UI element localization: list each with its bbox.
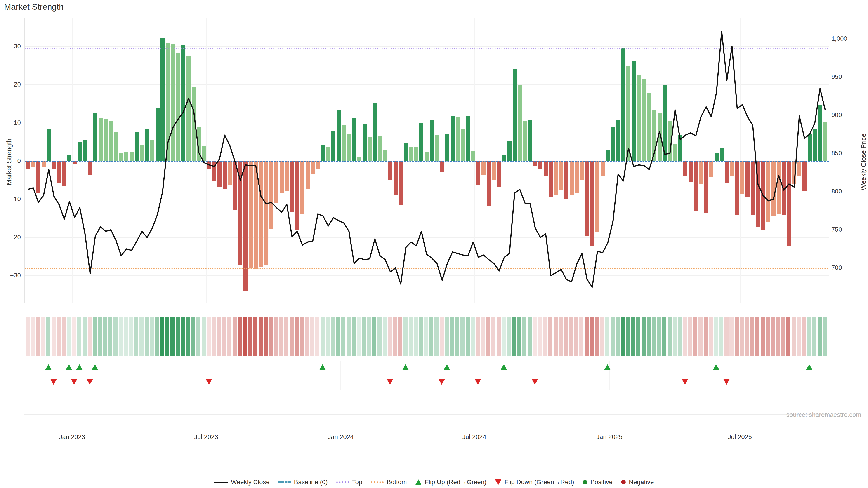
heatmap-cell xyxy=(176,317,180,356)
heatmap-cell xyxy=(518,317,522,356)
flip-down-icon xyxy=(531,379,538,385)
heatmap-cell xyxy=(409,317,413,356)
heatmap-cell xyxy=(642,317,646,356)
heatmap-cell xyxy=(585,317,589,356)
heatmap-cell xyxy=(579,317,583,356)
heatmap-cell xyxy=(781,317,785,356)
heatmap-cell xyxy=(196,317,200,356)
heatmap-cell xyxy=(812,317,816,356)
heatmap-cell xyxy=(372,317,376,356)
heatmap-cell xyxy=(512,317,516,356)
heatmap-cell xyxy=(145,317,149,356)
heatmap-cell xyxy=(476,317,480,356)
heatmap-cell xyxy=(678,317,682,356)
heatmap-cell xyxy=(383,317,387,356)
heatmap-cell xyxy=(559,317,563,356)
heatmap-cell xyxy=(227,317,231,356)
heatmap-cell xyxy=(471,317,475,356)
heatmap-cell xyxy=(548,317,553,356)
heatmap-cell xyxy=(455,317,459,356)
heatmap-cell xyxy=(202,317,206,356)
heatmap-cell xyxy=(31,317,35,356)
heatmap-cell xyxy=(88,317,92,356)
legend-tri-down-icon xyxy=(495,480,501,485)
heatmap-cell xyxy=(745,317,749,356)
flip-down-icon xyxy=(682,379,688,385)
heatmap-cell xyxy=(336,317,340,356)
heatmap-cell xyxy=(170,317,175,356)
heatmap-cell xyxy=(46,317,51,356)
heatmap-cell xyxy=(611,317,615,356)
heatmap-cell xyxy=(730,317,734,356)
v-gridline xyxy=(740,375,740,390)
heatmap-cell xyxy=(72,317,76,356)
heatmap-cell xyxy=(186,317,190,356)
flip-up-icon xyxy=(45,364,52,370)
heatmap-cell xyxy=(300,317,304,356)
x-axis-tick: Jul 2024 xyxy=(456,433,492,441)
right-axis-tick: 700 xyxy=(831,264,842,271)
heatmap-cell xyxy=(605,317,610,356)
heatmap-cell xyxy=(647,317,651,356)
heatmap-cell xyxy=(305,317,309,356)
legend-dot-icon xyxy=(583,480,587,484)
legend-dot-line-icon xyxy=(371,482,383,483)
heatmap-cell xyxy=(57,317,61,356)
legend-item[interactable]: Flip Up (Red→Green) xyxy=(415,479,486,486)
heatmap-cell xyxy=(289,317,293,356)
flip-up-icon xyxy=(806,364,813,370)
heatmap-cell xyxy=(429,317,433,356)
left-axis-tick: 10 xyxy=(3,119,21,126)
heatmap-cell xyxy=(119,317,123,356)
flip-down-icon xyxy=(206,379,212,385)
heatmap-cell xyxy=(817,317,822,356)
heatmap-cell xyxy=(823,317,827,356)
heatmap-cell xyxy=(52,317,56,356)
heatmap-cell xyxy=(486,317,490,356)
heatmap-cell xyxy=(93,317,97,356)
x-axis-tick: Jan 2023 xyxy=(54,433,90,441)
market-strength-chart: Market Strength Market Strength Weekly C… xyxy=(0,0,868,488)
heatmap-cell xyxy=(181,317,185,356)
heatmap-cell xyxy=(662,317,666,356)
legend-item[interactable]: Flip Down (Green→Red) xyxy=(495,479,574,486)
legend-tri-up-icon xyxy=(415,480,422,485)
flip-up-icon xyxy=(76,364,83,370)
legend-label: Bottom xyxy=(387,479,407,486)
heatmap-cell xyxy=(103,317,107,356)
legend-item[interactable]: Top xyxy=(336,479,362,486)
legend-item[interactable]: Baseline (0) xyxy=(278,479,328,486)
weekly-close-line xyxy=(25,18,829,303)
flip-down-marker-row xyxy=(24,375,828,390)
legend-item[interactable]: Negative xyxy=(621,479,654,486)
heatmap-cell xyxy=(740,317,744,356)
legend-dot-icon xyxy=(621,480,626,484)
legend-label: Positive xyxy=(590,479,613,486)
left-axis-tick: −30 xyxy=(3,272,21,279)
heatmap-cell xyxy=(108,317,112,356)
heatmap-cell xyxy=(217,317,221,356)
footer-divider-top xyxy=(24,414,828,415)
heatmap-cell xyxy=(807,317,811,356)
legend-line-icon xyxy=(214,482,228,483)
legend-item[interactable]: Bottom xyxy=(371,479,407,486)
flip-up-icon xyxy=(402,364,409,370)
heatmap-cell xyxy=(631,317,635,356)
heatmap-cell xyxy=(362,317,366,356)
heatmap-cell xyxy=(714,317,718,356)
heatmap-cell xyxy=(657,317,661,356)
heatmap-cell xyxy=(616,317,620,356)
flip-down-icon xyxy=(386,379,393,385)
heatmap-cell xyxy=(238,317,242,356)
legend-item[interactable]: Weekly Close xyxy=(214,479,270,486)
heatmap-cell xyxy=(543,317,547,356)
flip-down-icon xyxy=(50,379,57,385)
heatmap-cell xyxy=(786,317,790,356)
heatmap-cell xyxy=(403,317,408,356)
heatmap-cell xyxy=(140,317,144,356)
heatmap-cell xyxy=(150,317,154,356)
heatmap-cell xyxy=(574,317,578,356)
legend-item[interactable]: Positive xyxy=(583,479,613,486)
main-plot-area xyxy=(24,18,829,303)
heatmap-cell xyxy=(750,317,754,356)
